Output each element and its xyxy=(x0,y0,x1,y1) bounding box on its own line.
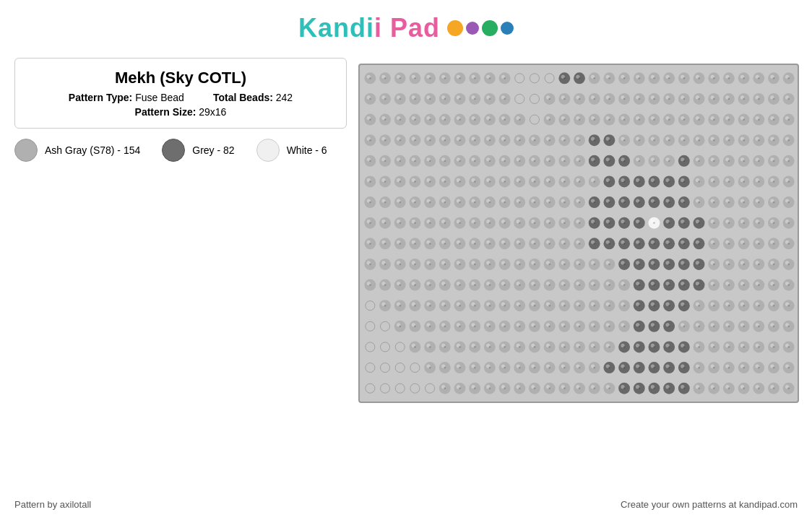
color-item: Ash Gray (S78) - 154 xyxy=(14,139,140,162)
bead-green-icon xyxy=(482,20,498,36)
color-swatch xyxy=(14,139,38,162)
color-label: White - 6 xyxy=(287,144,327,156)
logo-icons xyxy=(447,20,514,36)
footer-credit: Pattern by axilotall xyxy=(14,499,91,510)
footer-cta: Create your own patterns at kandipad.com xyxy=(621,499,798,510)
logo: Kandii Pad xyxy=(298,13,440,43)
bead-canvas-container xyxy=(358,64,799,403)
bead-orange-icon xyxy=(447,20,463,36)
pattern-title: Mekh (Sky COTL) xyxy=(30,69,332,87)
info-card: Mekh (Sky COTL) Pattern Type: Fuse Bead … xyxy=(14,58,347,129)
color-item: Grey - 82 xyxy=(162,139,234,162)
color-item: White - 6 xyxy=(256,139,327,162)
bead-purple-icon xyxy=(466,22,479,35)
logo-kandi: Kandi xyxy=(298,13,374,43)
header: Kandii Pad xyxy=(0,0,812,51)
pattern-meta: Pattern Type: Fuse Bead Total Beads: 242 xyxy=(30,92,332,103)
logo-kandi2 xyxy=(382,13,390,43)
bead-grid-canvas xyxy=(363,68,796,399)
color-label: Grey - 82 xyxy=(192,144,234,156)
bead-blue-icon xyxy=(501,22,514,35)
pattern-size: Pattern Size: 29x16 xyxy=(30,106,332,118)
bead-canvas xyxy=(358,64,799,403)
pattern-type: Pattern Type: Fuse Bead xyxy=(69,92,184,103)
color-swatch xyxy=(256,139,280,162)
pattern-beads: Total Beads: 242 xyxy=(213,92,293,103)
logo-pad: i xyxy=(374,13,382,43)
color-label: Ash Gray (S78) - 154 xyxy=(45,144,140,156)
color-swatch xyxy=(162,139,185,162)
footer: Pattern by axilotall Create your own pat… xyxy=(0,499,812,510)
logo-pad2: Pad xyxy=(390,13,440,43)
